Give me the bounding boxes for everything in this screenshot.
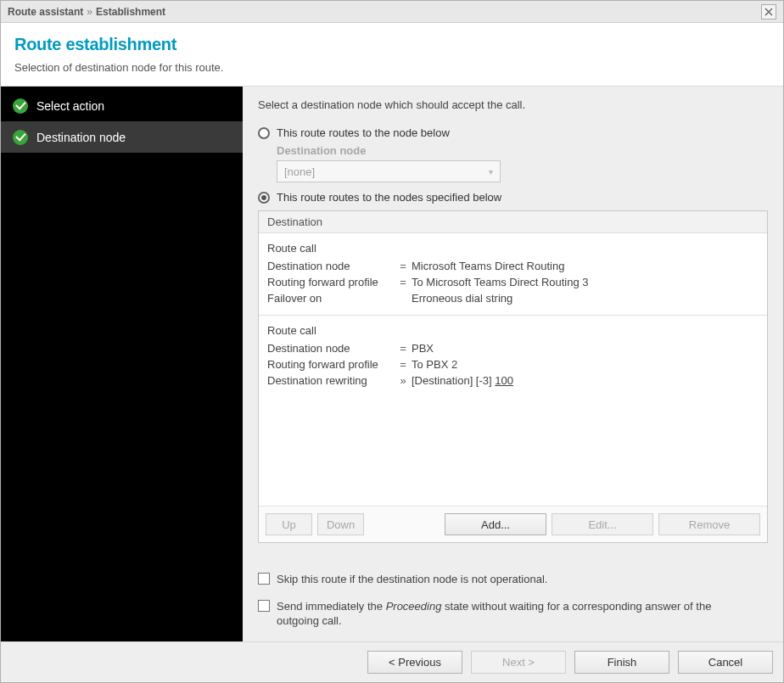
radio-multi-node[interactable]	[258, 192, 270, 204]
prop-key: Destination rewriting	[267, 374, 395, 387]
option-single-label: This route routes to the node below	[277, 126, 450, 139]
instruction-text: Select a destination node which should a…	[258, 98, 768, 111]
prop-key: Failover on	[267, 292, 395, 305]
up-button[interactable]: Up	[266, 513, 312, 535]
radio-single-node[interactable]	[258, 127, 270, 139]
prop-val: PBX	[412, 342, 759, 355]
titlebar: Route assistant » Establishment	[1, 1, 783, 23]
sidebar-item-destination-node[interactable]: Destination node	[1, 121, 243, 153]
prop-val: Erroneous dial string	[412, 292, 759, 305]
dialog-window: Route assistant » Establishment Route es…	[0, 0, 784, 683]
sidebar-item-label: Destination node	[36, 131, 126, 144]
prop-val: [Destination] [-3] 100	[412, 374, 759, 387]
prop-key: Routing forward profile	[267, 358, 395, 371]
cancel-button[interactable]: Cancel	[678, 651, 773, 674]
check-icon	[13, 130, 28, 145]
proceeding-label: Send immediately the Proceeding state wi…	[277, 599, 718, 629]
option-multi-node: This route routes to the nodes specified…	[258, 191, 768, 543]
check-icon	[13, 98, 28, 114]
chevron-down-icon: ▾	[489, 167, 493, 176]
skip-route-checkbox[interactable]	[258, 573, 270, 585]
rewrite-number: 100	[495, 374, 513, 387]
prop-eq: »	[395, 374, 412, 387]
previous-button[interactable]: < Previous	[367, 651, 462, 674]
prop-val: Microsoft Teams Direct Routing	[412, 260, 759, 272]
destination-buttons: Up Down Add... Edit... Remove	[259, 506, 767, 542]
destination-list-header: Destination	[259, 211, 767, 233]
destination-item-headline: Route call	[267, 322, 759, 339]
finish-button[interactable]: Finish	[574, 651, 669, 674]
destination-node-value: [none]	[284, 165, 315, 178]
sidebar-item-select-action[interactable]: Select action	[1, 90, 243, 121]
page-title: Route establishment	[14, 35, 770, 54]
breadcrumb-separator: »	[87, 6, 92, 18]
down-button[interactable]: Down	[317, 513, 364, 535]
destination-item[interactable]: Route call Destination node = PBX Routin…	[259, 316, 767, 397]
dialog-footer: < Previous Next > Finish Cancel	[1, 641, 783, 682]
close-button[interactable]	[761, 4, 776, 20]
header-band: Route establishment Selection of destina…	[1, 23, 783, 87]
main-panel: Select a destination node which should a…	[243, 87, 783, 641]
prop-eq: =	[395, 276, 412, 288]
edit-button[interactable]: Edit...	[552, 513, 653, 535]
destination-list-body: Route call Destination node = Microsoft …	[259, 233, 767, 397]
prop-eq	[395, 292, 412, 305]
prop-eq: =	[395, 342, 412, 355]
wizard-sidebar: Select action Destination node	[1, 87, 243, 641]
add-button[interactable]: Add...	[445, 513, 546, 535]
proceeding-text-em: Proceeding	[386, 600, 442, 613]
prop-eq: =	[395, 260, 412, 272]
destination-node-combo: [none] ▾	[277, 160, 501, 182]
close-icon	[764, 8, 773, 16]
option-single-node: This route routes to the node below Dest…	[258, 126, 768, 182]
proceeding-option: Send immediately the Proceeding state wi…	[258, 599, 768, 629]
prop-val: To Microsoft Teams Direct Routing 3	[412, 276, 759, 288]
prop-eq: =	[395, 358, 412, 371]
destination-item[interactable]: Route call Destination node = Microsoft …	[259, 233, 767, 316]
option-multi-label: This route routes to the nodes specified…	[277, 191, 501, 204]
remove-button[interactable]: Remove	[658, 513, 760, 535]
sidebar-item-label: Select action	[36, 99, 104, 113]
proceeding-text-pre: Send immediately the	[277, 600, 386, 613]
destination-node-label: Destination node	[277, 144, 768, 157]
proceeding-checkbox[interactable]	[258, 600, 270, 612]
rewrite-prefix: [Destination] [-3]	[412, 374, 495, 387]
next-button[interactable]: Next >	[471, 651, 566, 674]
destination-list-panel: Destination Route call Destination node …	[258, 210, 768, 543]
prop-val: To PBX 2	[412, 358, 759, 371]
skip-route-option: Skip this route if the destination node …	[258, 572, 768, 587]
skip-route-label: Skip this route if the destination node …	[277, 572, 547, 587]
titlebar-app: Route assistant	[8, 6, 83, 18]
prop-key: Destination node	[267, 260, 395, 272]
destination-item-headline: Route call	[267, 240, 759, 256]
titlebar-section: Establishment	[96, 6, 165, 18]
prop-key: Routing forward profile	[267, 276, 395, 288]
page-subtitle: Selection of destination node for this r…	[14, 61, 770, 74]
prop-key: Destination node	[267, 342, 395, 355]
